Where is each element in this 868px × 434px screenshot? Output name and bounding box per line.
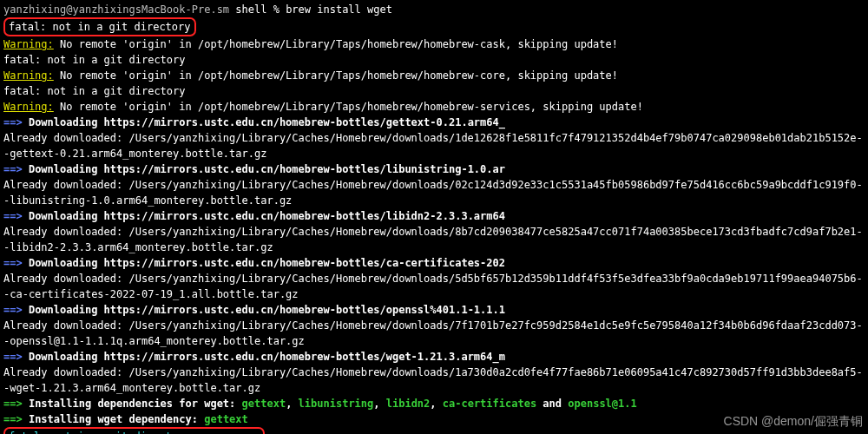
warning-text: No remote 'origin' in /opt/homebrew/Libr… [54,101,643,113]
download-url: Downloading https://mirrors.ustc.edu.cn/… [29,210,505,222]
warning-prefix: Warning: [3,69,54,82]
install-dep-prefix: Installing wget dependency: [29,413,204,425]
fatal-line-box: fatal: not in a git directory [3,17,865,36]
dep-libidn2: libidn2 [386,398,431,410]
install-deps-line: ==> Installing dependencies for wget: ge… [3,396,865,411]
cache-path: Already downloaded: /Users/yanzhixing/Li… [3,179,863,207]
prompt-line: yanzhixing@yanzhixingsMacBook-Pre.sm she… [3,2,865,17]
watermark: CSDN @demon/倔强青铜 [724,412,863,431]
warning-text: No remote 'origin' in /opt/homebrew/Libr… [54,69,618,82]
dl-line-4: ==> Downloading https://mirrors.ustc.edu… [3,255,865,271]
command[interactable]: brew install wget [286,3,392,16]
user-host: yanzhixing@yanzhixingsMacBook-Pre.sm [3,3,229,16]
dl-line-3: ==> Downloading https://mirrors.ustc.edu… [3,208,865,224]
dl-line-5: ==> Downloading https://mirrors.ustc.edu… [3,302,865,318]
dep-ca-certificates: ca-certificates [443,398,536,410]
warning-prefix: Warning: [3,101,54,113]
warning-line-3: Warning: No remote 'origin' in /opt/home… [3,99,865,115]
dep-openssl: openssl@1.1 [568,398,636,410]
fatal-line: fatal: not in a git directory [3,83,865,99]
arrow-icon: ==> [3,351,29,363]
download-url: Downloading https://mirrors.ustc.edu.cn/… [29,163,505,175]
arrow-icon: ==> [3,210,29,222]
warning-line-2: Warning: No remote 'origin' in /opt/home… [3,68,865,83]
install-deps-prefix: Installing dependencies for wget: [29,398,242,410]
already-dl-4: Already downloaded: /Users/yanzhixing/Li… [3,271,865,302]
download-url: Downloading https://mirrors.ustc.edu.cn/… [29,351,505,363]
cache-path: Already downloaded: /Users/yanzhixing/Li… [3,273,863,300]
already-dl-5: Already downloaded: /Users/yanzhixing/Li… [3,318,865,349]
fatal-text: fatal: not in a git directory [3,54,186,66]
arrow-icon: ==> [3,163,29,175]
arrow-icon: ==> [3,257,29,269]
download-url: Downloading https://mirrors.ustc.edu.cn/… [29,304,505,316]
cache-path: Already downloaded: /Users/yanzhixing/Li… [3,319,863,347]
download-url: Downloading https://mirrors.ustc.edu.cn/… [29,116,505,128]
arrow-icon: ==> [3,116,29,128]
warning-text: No remote 'origin' in /opt/homebrew/Libr… [54,38,618,50]
dep-gettext: gettext [242,398,286,410]
fatal-text-link: fatal: not in a git directory [9,431,191,434]
already-dl-3: Already downloaded: /Users/yanzhixing/Li… [3,224,865,255]
fatal-text: fatal: not in a git directory [3,85,186,97]
cache-path: Already downloaded: /Users/yanzhixing/Li… [3,132,863,160]
cache-path: Already downloaded: /Users/yanzhixing/Li… [3,226,863,253]
fatal-line: fatal: not in a git directory [3,52,865,68]
dl-line-6: ==> Downloading https://mirrors.ustc.edu… [3,349,865,365]
install-dep-pkg: gettext [204,413,248,425]
arrow-icon: ==> [3,413,29,425]
dl-line-1: ==> Downloading https://mirrors.ustc.edu… [3,115,865,130]
arrow-icon: ==> [3,304,29,316]
already-dl-6: Already downloaded: /Users/yanzhixing/Li… [3,365,865,396]
dep-libunistring: libunistring [299,398,374,410]
shell-prefix: shell % [229,3,286,16]
download-url: Downloading https://mirrors.ustc.edu.cn/… [29,257,505,269]
already-dl-1: Already downloaded: /Users/yanzhixing/Li… [3,130,865,161]
fatal-text-boxed: fatal: not in a git directory [3,17,196,36]
dl-line-2: ==> Downloading https://mirrors.ustc.edu… [3,161,865,177]
already-dl-2: Already downloaded: /Users/yanzhixing/Li… [3,177,865,208]
arrow-icon: ==> [3,398,29,410]
warning-prefix: Warning: [3,38,54,50]
cache-path: Already downloaded: /Users/yanzhixing/Li… [3,366,863,394]
warning-line-1: Warning: No remote 'origin' in /opt/home… [3,36,865,52]
